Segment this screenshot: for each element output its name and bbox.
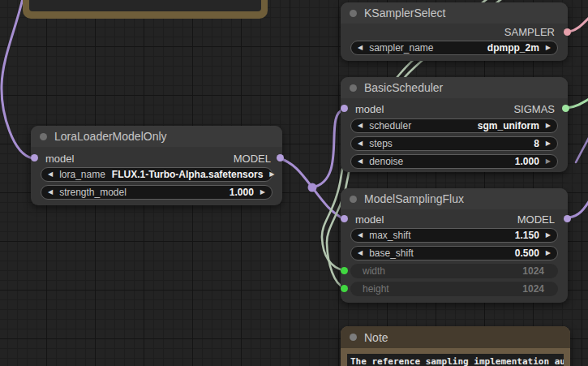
output-slot-model-dot[interactable] (277, 154, 284, 161)
output-slot-sampler-dot[interactable] (564, 28, 571, 36)
comfyui-canvas[interactable]: { "colors": { "wire_model": "#a78fd2", "… (0, 0, 588, 366)
arrow-left-icon[interactable]: ◀ (358, 250, 363, 256)
widget-label: strength_model (59, 187, 127, 198)
widget-label: max_shift (369, 230, 410, 241)
wire-loraloader-to-basicscheduler (312, 110, 344, 187)
widget-lora-name[interactable]: ◀ lora_name FLUX.1-Turbo-Alpha.safetenso… (41, 167, 273, 182)
widget-value: 1.000 (515, 156, 539, 167)
widget-value: 8 (534, 138, 539, 149)
widget-label: width (363, 265, 385, 277)
widget-max-shift[interactable]: ◀ max_shift 1.150 ▶ (350, 228, 558, 243)
node-modelsamplingflux[interactable]: ModelSamplingFlux model MODEL ◀ max_shif… (341, 188, 568, 303)
widget-label: steps (369, 138, 393, 149)
widget-label: scheduler (369, 120, 411, 131)
note-text-area[interactable] (29, 0, 261, 11)
arrow-right-icon[interactable]: ▶ (269, 171, 274, 178)
arrow-left-icon[interactable]: ◀ (358, 158, 363, 165)
wire-modelsamplingflux-output (569, 200, 588, 217)
arrow-left-icon[interactable]: ◀ (358, 45, 363, 51)
input-slot-model-dot[interactable] (341, 105, 348, 112)
output-slot-sigmas-dot[interactable] (562, 105, 569, 112)
arrow-left-icon[interactable]: ◀ (48, 189, 53, 196)
widget-value: 1.000 (230, 187, 254, 198)
node-title: KSamplerSelect (364, 6, 445, 19)
arrow-right-icon[interactable]: ▶ (546, 158, 551, 165)
arrow-left-icon[interactable]: ◀ (358, 232, 363, 239)
widget-value: sgm_uniform (478, 120, 539, 131)
arrow-left-icon[interactable]: ◀ (358, 140, 363, 147)
widget-steps[interactable]: ◀ steps 8 ▶ (350, 136, 558, 151)
arrow-right-icon[interactable]: ▶ (546, 140, 551, 147)
wire-model-edge-segment (576, 136, 588, 162)
widget-height-converted-input: height 1024 (350, 282, 558, 296)
widget-value: 1024 (522, 265, 544, 277)
node-note[interactable]: Note The reference sampling implementati… (341, 326, 570, 366)
collapse-dot-icon[interactable] (350, 334, 357, 341)
input-slot-model-dot[interactable] (341, 215, 348, 222)
widget-label: denoise (369, 156, 403, 167)
input-slot-width-dot[interactable] (341, 267, 348, 274)
node-titlebar[interactable]: BasicScheduler (341, 77, 568, 98)
input-label-model: model (45, 153, 74, 165)
widget-value: FLUX.1-Turbo-Alpha.safetensors (112, 169, 263, 180)
output-label-sigmas: SIGMAS (513, 103, 555, 115)
widget-value: dpmpp_2m (487, 42, 539, 54)
node-ksamplerselect[interactable]: KSamplerSelect SAMPLER ◀ sampler_name dp… (341, 2, 568, 61)
arrow-left-icon[interactable]: ◀ (358, 123, 363, 129)
arrow-right-icon[interactable]: ▶ (546, 45, 551, 51)
widget-sampler-name[interactable]: ◀ sampler_name dpmpp_2m ▶ (350, 41, 558, 55)
node-titlebar[interactable]: ModelSamplingFlux (341, 188, 568, 209)
widget-label: height (363, 283, 389, 295)
node-title: LoraLoaderModelOnly (54, 130, 167, 143)
output-label-model: MODEL (517, 213, 555, 226)
node-title: Note (364, 331, 388, 344)
arrow-right-icon[interactable]: ▶ (546, 232, 551, 239)
note-text-area[interactable]: The reference sampling implementation au… (347, 354, 564, 366)
arrow-right-icon[interactable]: ▶ (546, 250, 551, 256)
collapse-dot-icon[interactable] (350, 84, 357, 92)
output-label-model: MODEL (234, 153, 271, 165)
arrow-left-icon[interactable]: ◀ (48, 171, 53, 178)
wire-sampler-output (569, 16, 588, 32)
node-titlebar[interactable]: KSamplerSelect (341, 2, 568, 24)
widget-label: lora_name (59, 169, 105, 180)
link-midpoint-dot[interactable] (308, 183, 317, 192)
widget-width-converted-input: width 1024 (350, 264, 558, 278)
widget-label: sampler_name (369, 42, 433, 54)
widget-value: 0.500 (515, 248, 539, 259)
input-label-model: model (355, 213, 384, 226)
input-slot-model-dot[interactable] (31, 154, 38, 161)
node-note-partial[interactable] (23, 0, 268, 19)
widget-value: 1.150 (515, 230, 539, 241)
input-label-model: model (355, 103, 384, 115)
widget-label: base_shift (369, 248, 414, 259)
node-titlebar[interactable]: Note (341, 326, 570, 348)
widget-value: 1024 (522, 283, 544, 295)
widget-strength-model[interactable]: ◀ strength_model 1.000 ▶ (41, 185, 273, 200)
output-label-sampler: SAMPLER (504, 26, 555, 38)
node-basicscheduler[interactable]: BasicScheduler model SIGMAS ◀ scheduler … (341, 77, 568, 172)
wire-model-into-loraloader (2, 0, 32, 158)
input-slot-height-dot[interactable] (341, 285, 348, 292)
node-title: BasicScheduler (364, 81, 443, 94)
widget-denoise[interactable]: ◀ denoise 1.000 ▶ (350, 154, 558, 169)
arrow-right-icon[interactable]: ▶ (260, 189, 265, 196)
collapse-dot-icon[interactable] (350, 10, 357, 17)
collapse-dot-icon[interactable] (40, 133, 47, 140)
node-loraloadermodelonly[interactable]: LoraLoaderModelOnly model MODEL ◀ lora_n… (31, 126, 282, 205)
widget-scheduler[interactable]: ◀ scheduler sgm_uniform ▶ (350, 118, 558, 133)
widget-base-shift[interactable]: ◀ base_shift 0.500 ▶ (350, 246, 558, 261)
output-slot-model-dot[interactable] (564, 215, 571, 222)
wire-sigmas-output (567, 98, 588, 108)
node-titlebar[interactable]: LoraLoaderModelOnly (31, 126, 282, 147)
collapse-dot-icon[interactable] (350, 196, 357, 203)
arrow-right-icon[interactable]: ▶ (546, 123, 551, 129)
node-title: ModelSamplingFlux (364, 192, 464, 205)
